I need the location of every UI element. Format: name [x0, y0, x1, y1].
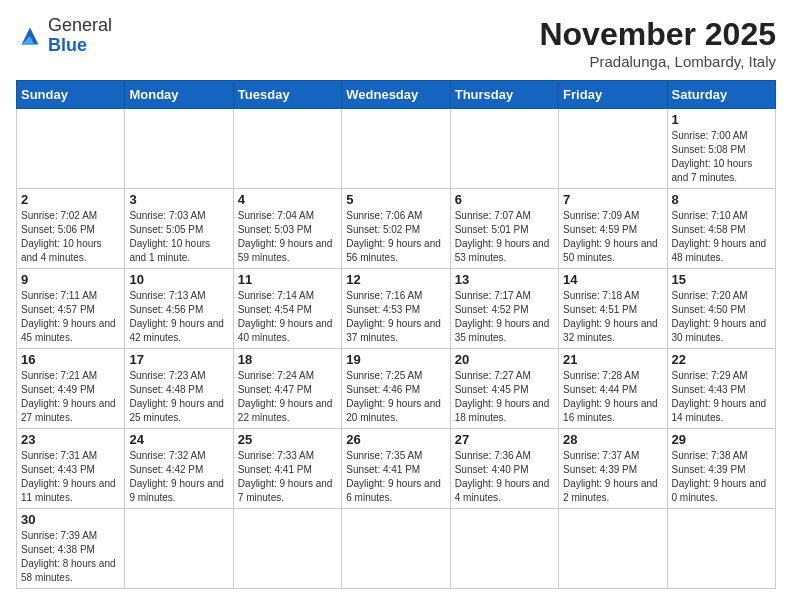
- day-info: Sunrise: 7:06 AM Sunset: 5:02 PM Dayligh…: [346, 209, 445, 265]
- calendar-week-2: 2Sunrise: 7:02 AM Sunset: 5:06 PM Daylig…: [17, 189, 776, 269]
- calendar-cell: 1Sunrise: 7:00 AM Sunset: 5:08 PM Daylig…: [667, 109, 775, 189]
- page-header: General Blue November 2025 Pradalunga, L…: [16, 16, 776, 70]
- month-title: November 2025: [539, 16, 776, 53]
- day-number: 23: [21, 432, 120, 447]
- calendar-week-4: 16Sunrise: 7:21 AM Sunset: 4:49 PM Dayli…: [17, 349, 776, 429]
- day-info: Sunrise: 7:21 AM Sunset: 4:49 PM Dayligh…: [21, 369, 120, 425]
- calendar-cell: 3Sunrise: 7:03 AM Sunset: 5:05 PM Daylig…: [125, 189, 233, 269]
- calendar-cell: 17Sunrise: 7:23 AM Sunset: 4:48 PM Dayli…: [125, 349, 233, 429]
- day-info: Sunrise: 7:20 AM Sunset: 4:50 PM Dayligh…: [672, 289, 771, 345]
- calendar-cell: [450, 509, 558, 589]
- calendar-cell: [342, 509, 450, 589]
- weekday-header-monday: Monday: [125, 81, 233, 109]
- day-number: 28: [563, 432, 662, 447]
- calendar-cell: [17, 109, 125, 189]
- day-number: 9: [21, 272, 120, 287]
- day-number: 8: [672, 192, 771, 207]
- day-number: 14: [563, 272, 662, 287]
- logo-text: General Blue: [48, 16, 112, 56]
- calendar-cell: [233, 109, 341, 189]
- day-info: Sunrise: 7:29 AM Sunset: 4:43 PM Dayligh…: [672, 369, 771, 425]
- day-info: Sunrise: 7:27 AM Sunset: 4:45 PM Dayligh…: [455, 369, 554, 425]
- day-info: Sunrise: 7:28 AM Sunset: 4:44 PM Dayligh…: [563, 369, 662, 425]
- day-info: Sunrise: 7:13 AM Sunset: 4:56 PM Dayligh…: [129, 289, 228, 345]
- calendar-cell: 24Sunrise: 7:32 AM Sunset: 4:42 PM Dayli…: [125, 429, 233, 509]
- calendar-cell: [450, 109, 558, 189]
- calendar-cell: 2Sunrise: 7:02 AM Sunset: 5:06 PM Daylig…: [17, 189, 125, 269]
- day-info: Sunrise: 7:00 AM Sunset: 5:08 PM Dayligh…: [672, 129, 771, 185]
- calendar-cell: 21Sunrise: 7:28 AM Sunset: 4:44 PM Dayli…: [559, 349, 667, 429]
- logo-icon: [16, 22, 44, 50]
- day-info: Sunrise: 7:18 AM Sunset: 4:51 PM Dayligh…: [563, 289, 662, 345]
- day-number: 11: [238, 272, 337, 287]
- day-number: 4: [238, 192, 337, 207]
- calendar-week-5: 23Sunrise: 7:31 AM Sunset: 4:43 PM Dayli…: [17, 429, 776, 509]
- calendar-cell: [125, 109, 233, 189]
- day-number: 7: [563, 192, 662, 207]
- day-number: 16: [21, 352, 120, 367]
- day-info: Sunrise: 7:37 AM Sunset: 4:39 PM Dayligh…: [563, 449, 662, 505]
- calendar-cell: 25Sunrise: 7:33 AM Sunset: 4:41 PM Dayli…: [233, 429, 341, 509]
- calendar-cell: 29Sunrise: 7:38 AM Sunset: 4:39 PM Dayli…: [667, 429, 775, 509]
- weekday-header-thursday: Thursday: [450, 81, 558, 109]
- calendar-cell: 13Sunrise: 7:17 AM Sunset: 4:52 PM Dayli…: [450, 269, 558, 349]
- calendar-cell: 28Sunrise: 7:37 AM Sunset: 4:39 PM Dayli…: [559, 429, 667, 509]
- calendar-cell: 12Sunrise: 7:16 AM Sunset: 4:53 PM Dayli…: [342, 269, 450, 349]
- day-number: 6: [455, 192, 554, 207]
- calendar-table: SundayMondayTuesdayWednesdayThursdayFrid…: [16, 80, 776, 589]
- day-number: 21: [563, 352, 662, 367]
- day-number: 17: [129, 352, 228, 367]
- calendar-cell: 19Sunrise: 7:25 AM Sunset: 4:46 PM Dayli…: [342, 349, 450, 429]
- calendar-cell: 18Sunrise: 7:24 AM Sunset: 4:47 PM Dayli…: [233, 349, 341, 429]
- day-number: 30: [21, 512, 120, 527]
- day-number: 1: [672, 112, 771, 127]
- calendar-cell: 11Sunrise: 7:14 AM Sunset: 4:54 PM Dayli…: [233, 269, 341, 349]
- day-number: 18: [238, 352, 337, 367]
- day-number: 19: [346, 352, 445, 367]
- day-info: Sunrise: 7:38 AM Sunset: 4:39 PM Dayligh…: [672, 449, 771, 505]
- calendar-cell: 23Sunrise: 7:31 AM Sunset: 4:43 PM Dayli…: [17, 429, 125, 509]
- day-info: Sunrise: 7:33 AM Sunset: 4:41 PM Dayligh…: [238, 449, 337, 505]
- day-info: Sunrise: 7:07 AM Sunset: 5:01 PM Dayligh…: [455, 209, 554, 265]
- day-number: 25: [238, 432, 337, 447]
- calendar-cell: 7Sunrise: 7:09 AM Sunset: 4:59 PM Daylig…: [559, 189, 667, 269]
- weekday-header-tuesday: Tuesday: [233, 81, 341, 109]
- calendar-cell: 10Sunrise: 7:13 AM Sunset: 4:56 PM Dayli…: [125, 269, 233, 349]
- logo-general: General: [48, 15, 112, 35]
- day-info: Sunrise: 7:04 AM Sunset: 5:03 PM Dayligh…: [238, 209, 337, 265]
- day-number: 3: [129, 192, 228, 207]
- calendar-cell: 22Sunrise: 7:29 AM Sunset: 4:43 PM Dayli…: [667, 349, 775, 429]
- location: Pradalunga, Lombardy, Italy: [539, 53, 776, 70]
- calendar-cell: 6Sunrise: 7:07 AM Sunset: 5:01 PM Daylig…: [450, 189, 558, 269]
- day-info: Sunrise: 7:10 AM Sunset: 4:58 PM Dayligh…: [672, 209, 771, 265]
- calendar-cell: 27Sunrise: 7:36 AM Sunset: 4:40 PM Dayli…: [450, 429, 558, 509]
- day-info: Sunrise: 7:14 AM Sunset: 4:54 PM Dayligh…: [238, 289, 337, 345]
- logo: General Blue: [16, 16, 112, 56]
- day-number: 22: [672, 352, 771, 367]
- day-info: Sunrise: 7:25 AM Sunset: 4:46 PM Dayligh…: [346, 369, 445, 425]
- day-number: 12: [346, 272, 445, 287]
- day-info: Sunrise: 7:24 AM Sunset: 4:47 PM Dayligh…: [238, 369, 337, 425]
- day-number: 29: [672, 432, 771, 447]
- day-number: 5: [346, 192, 445, 207]
- calendar-cell: 8Sunrise: 7:10 AM Sunset: 4:58 PM Daylig…: [667, 189, 775, 269]
- calendar-cell: 20Sunrise: 7:27 AM Sunset: 4:45 PM Dayli…: [450, 349, 558, 429]
- day-info: Sunrise: 7:09 AM Sunset: 4:59 PM Dayligh…: [563, 209, 662, 265]
- day-info: Sunrise: 7:17 AM Sunset: 4:52 PM Dayligh…: [455, 289, 554, 345]
- calendar-week-3: 9Sunrise: 7:11 AM Sunset: 4:57 PM Daylig…: [17, 269, 776, 349]
- day-number: 13: [455, 272, 554, 287]
- calendar-cell: 9Sunrise: 7:11 AM Sunset: 4:57 PM Daylig…: [17, 269, 125, 349]
- calendar-week-6: 30Sunrise: 7:39 AM Sunset: 4:38 PM Dayli…: [17, 509, 776, 589]
- weekday-header-wednesday: Wednesday: [342, 81, 450, 109]
- day-info: Sunrise: 7:23 AM Sunset: 4:48 PM Dayligh…: [129, 369, 228, 425]
- calendar-cell: 4Sunrise: 7:04 AM Sunset: 5:03 PM Daylig…: [233, 189, 341, 269]
- calendar-cell: 15Sunrise: 7:20 AM Sunset: 4:50 PM Dayli…: [667, 269, 775, 349]
- title-block: November 2025 Pradalunga, Lombardy, Ital…: [539, 16, 776, 70]
- day-number: 20: [455, 352, 554, 367]
- day-info: Sunrise: 7:35 AM Sunset: 4:41 PM Dayligh…: [346, 449, 445, 505]
- weekday-header-friday: Friday: [559, 81, 667, 109]
- day-number: 15: [672, 272, 771, 287]
- day-info: Sunrise: 7:11 AM Sunset: 4:57 PM Dayligh…: [21, 289, 120, 345]
- calendar-header: SundayMondayTuesdayWednesdayThursdayFrid…: [17, 81, 776, 109]
- calendar-cell: 14Sunrise: 7:18 AM Sunset: 4:51 PM Dayli…: [559, 269, 667, 349]
